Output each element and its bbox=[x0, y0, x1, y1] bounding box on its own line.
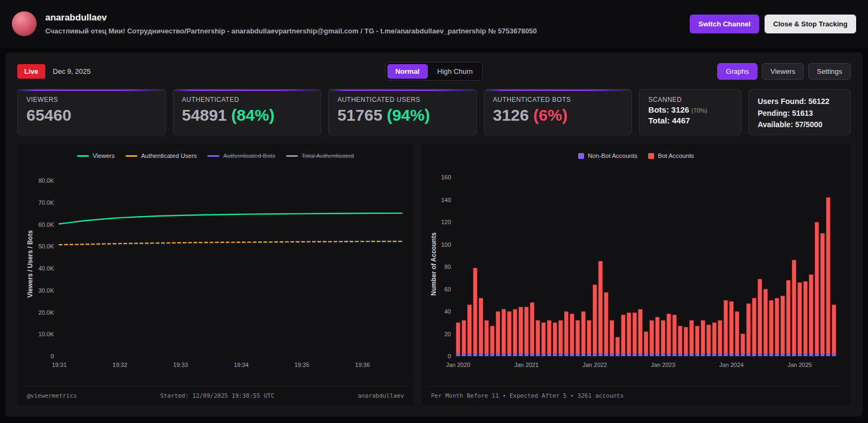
card-accent-bar bbox=[484, 89, 632, 91]
toolbar-left: Live Dec 9, 2025 bbox=[17, 64, 385, 79]
svg-text:30.0K: 30.0K bbox=[38, 287, 54, 294]
legend-swatch bbox=[286, 155, 298, 157]
legend-swatch bbox=[648, 153, 654, 159]
header-actions: Switch Channel Close & Stop Tracking bbox=[690, 15, 856, 33]
legend-label: Non-Bot Accounts bbox=[588, 152, 637, 159]
svg-text:60: 60 bbox=[444, 286, 450, 293]
stats-row: VIEWERS 65460 AUTHENTICATED 54891 (84%) … bbox=[17, 89, 851, 135]
card-accent-bar bbox=[329, 89, 476, 91]
line-chart-footer: @viewermetrics Started: 12/09/2025 19:30… bbox=[24, 386, 407, 406]
stat-value: 51765 (94%) bbox=[337, 107, 468, 123]
svg-text:10.0K: 10.0K bbox=[38, 331, 54, 337]
legend-swatch bbox=[578, 153, 584, 159]
charts-row: ViewersAuthenticated UsersAuthenticated … bbox=[17, 144, 851, 406]
svg-text:Jan 2023: Jan 2023 bbox=[651, 362, 675, 368]
account-age-bar-chart: 020406080100120140160Jan 2020Jan 2021Jan… bbox=[428, 165, 844, 375]
svg-text:Jan 2021: Jan 2021 bbox=[514, 362, 538, 368]
stat-value: 54891 (84%) bbox=[182, 107, 313, 123]
card-accent-bar bbox=[173, 89, 321, 91]
avatar[interactable] bbox=[12, 11, 37, 36]
stat-card-viewers: VIEWERS 65460 bbox=[17, 89, 166, 135]
current-date: Dec 9, 2025 bbox=[53, 67, 91, 75]
accounts-chart-panel: Non-Bot AccountsBot Accounts 02040608010… bbox=[421, 144, 851, 406]
tab-graphs[interactable]: Graphs bbox=[717, 63, 758, 80]
legend-item-authenticated-bots[interactable]: Authenticated Bots bbox=[207, 152, 275, 159]
svg-text:Jan 2025: Jan 2025 bbox=[787, 362, 811, 368]
stat-percent: (84%) bbox=[231, 106, 274, 124]
main-panel: Live Dec 9, 2025 Normal High Churn Graph… bbox=[5, 52, 863, 417]
live-status-badge: Live bbox=[17, 64, 45, 79]
stat-label: AUTHENTICATED USERS bbox=[337, 96, 468, 103]
legend-item-authenticated-users[interactable]: Authenticated Users bbox=[126, 152, 197, 159]
svg-text:50.0K: 50.0K bbox=[38, 243, 54, 249]
svg-text:19:32: 19:32 bbox=[113, 362, 128, 368]
tab-viewers[interactable]: Viewers bbox=[762, 63, 804, 80]
stat-label: AUTHENTICATED bbox=[182, 96, 313, 103]
scanned-total-line: Total: 4467 bbox=[648, 116, 732, 125]
stat-label: AUTHENTICATED BOTS bbox=[493, 96, 623, 103]
legend-swatch bbox=[207, 155, 219, 157]
legend-label: Total Authenticated bbox=[302, 152, 354, 159]
svg-text:Number of Accounts: Number of Accounts bbox=[430, 232, 438, 296]
viewers-line-chart: 010.0K20.0K30.0K40.0K50.0K60.0K70.0K80.0… bbox=[24, 165, 407, 375]
svg-text:80.0K: 80.0K bbox=[38, 177, 54, 184]
stat-card-summary: Users Found: 56122 Pending: 51613 Availa… bbox=[748, 89, 851, 135]
svg-text:40.0K: 40.0K bbox=[38, 265, 54, 272]
svg-text:120: 120 bbox=[441, 219, 450, 225]
mode-normal-button[interactable]: Normal bbox=[387, 64, 428, 79]
legend-swatch bbox=[126, 155, 137, 157]
channel-description: Счастливый отец Мии! Сотрудничество/Part… bbox=[45, 27, 681, 35]
stat-value: 3126 (6%) bbox=[493, 107, 623, 123]
legend-item-non-bot-accounts[interactable]: Non-Bot Accounts bbox=[578, 152, 637, 159]
svg-text:Jan 2020: Jan 2020 bbox=[446, 362, 470, 368]
stat-card-scanned: SCANNED Bots: 3126 (70%) Total: 4467 bbox=[639, 89, 741, 135]
channel-identity: anarabdullaev Счастливый отец Мии! Сотру… bbox=[45, 12, 681, 35]
legend-label: Authenticated Users bbox=[141, 152, 197, 159]
svg-text:19:34: 19:34 bbox=[234, 362, 249, 368]
mode-high-churn-button[interactable]: High Churn bbox=[429, 64, 481, 79]
channel-name: anarabdullaev bbox=[45, 12, 681, 23]
line-chart-legend: ViewersAuthenticated UsersAuthenticated … bbox=[24, 149, 407, 162]
pending-line: Pending: 51613 bbox=[758, 108, 842, 120]
legend-label: Authenticated Bots bbox=[223, 152, 275, 159]
svg-text:80: 80 bbox=[444, 263, 450, 270]
legend-item-total-authenticated[interactable]: Total Authenticated bbox=[286, 152, 354, 159]
users-found-line: Users Found: 56122 bbox=[758, 96, 842, 108]
card-accent-bar bbox=[18, 89, 165, 91]
svg-text:19:31: 19:31 bbox=[52, 362, 67, 368]
bar-chart-summary-text: Per Month Before 11 • Expected After 5 •… bbox=[431, 392, 624, 399]
stat-percent: (94%) bbox=[387, 106, 430, 124]
svg-text:70.0K: 70.0K bbox=[38, 199, 54, 206]
svg-text:20.0K: 20.0K bbox=[38, 309, 54, 316]
svg-text:0: 0 bbox=[51, 353, 54, 359]
scanned-bots-percent: (70%) bbox=[691, 107, 707, 114]
stat-percent: (6%) bbox=[533, 106, 567, 124]
close-stop-tracking-button[interactable]: Close & Stop Tracking bbox=[765, 15, 856, 33]
svg-text:Viewers / Users / Bots: Viewers / Users / Bots bbox=[26, 230, 34, 298]
watermark-text: @viewermetrics bbox=[27, 392, 77, 399]
svg-text:Jan 2022: Jan 2022 bbox=[582, 362, 607, 368]
legend-label: Viewers bbox=[93, 152, 115, 159]
svg-text:60.0K: 60.0K bbox=[38, 221, 54, 228]
view-tabs: Graphs Viewers Settings bbox=[483, 63, 851, 80]
svg-text:19:33: 19:33 bbox=[173, 362, 188, 368]
stat-card-authenticated-bots: AUTHENTICATED BOTS 3126 (6%) bbox=[484, 89, 633, 135]
footer-channel-name: anarabdullaev bbox=[358, 392, 404, 399]
svg-text:40: 40 bbox=[444, 308, 450, 315]
legend-item-bot-accounts[interactable]: Bot Accounts bbox=[648, 152, 694, 159]
bar-chart-footer: Per Month Before 11 • Expected After 5 •… bbox=[428, 386, 844, 406]
available-line: Available: 57/5000 bbox=[758, 119, 842, 131]
svg-text:Jan 2024: Jan 2024 bbox=[719, 362, 743, 368]
app-header: anarabdullaev Счастливый отец Мии! Сотру… bbox=[0, 0, 868, 47]
stat-label: SCANNED bbox=[648, 96, 732, 103]
stat-label: VIEWERS bbox=[26, 96, 157, 103]
legend-item-viewers[interactable]: Viewers bbox=[77, 152, 115, 159]
tab-settings[interactable]: Settings bbox=[808, 63, 851, 80]
stat-value: 65460 bbox=[26, 107, 157, 123]
stat-card-authenticated: AUTHENTICATED 54891 (84%) bbox=[173, 89, 322, 135]
toolbar: Live Dec 9, 2025 Normal High Churn Graph… bbox=[17, 62, 851, 80]
svg-text:140: 140 bbox=[441, 197, 450, 203]
svg-text:19:36: 19:36 bbox=[355, 362, 370, 368]
svg-text:160: 160 bbox=[441, 174, 450, 181]
switch-channel-button[interactable]: Switch Channel bbox=[690, 15, 759, 33]
